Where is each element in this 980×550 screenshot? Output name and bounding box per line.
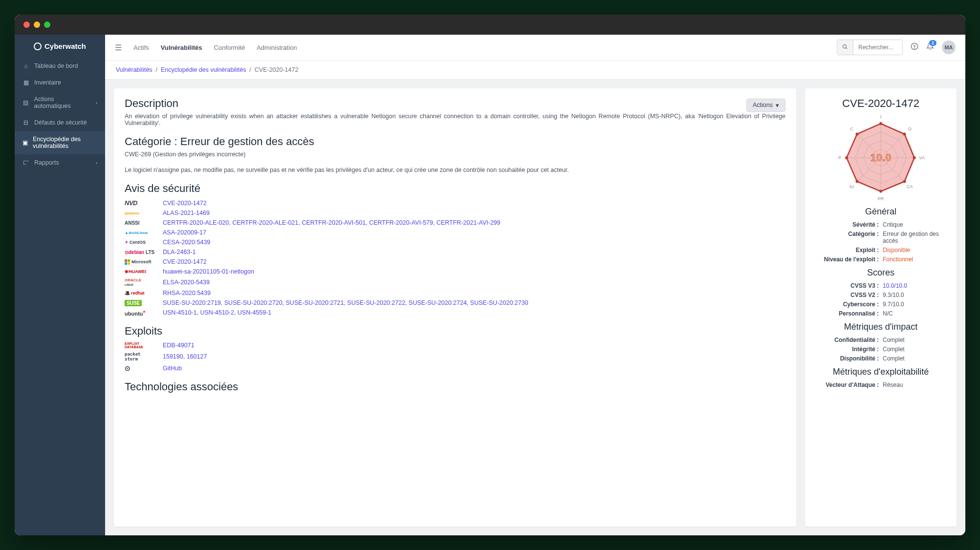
advisory-source-logo: CentOS bbox=[125, 240, 155, 245]
advisory-links[interactable]: ALAS-2021-1469 bbox=[163, 210, 210, 216]
sidebar-item-label: Inventaire bbox=[34, 79, 61, 86]
description-heading: Description bbox=[125, 97, 178, 110]
advisory-source-logo: ubuntu● bbox=[125, 309, 155, 317]
info-label: Exploit : bbox=[816, 247, 879, 254]
advisory-source-logo: Microsoft bbox=[125, 259, 155, 265]
info-value: 10.0/10.0 bbox=[883, 282, 946, 289]
advisory-links[interactable]: ASA-202009-17 bbox=[163, 229, 206, 236]
category-detail: Le logiciel n'assigne pas, ne modifie pa… bbox=[125, 167, 785, 173]
advisory-links[interactable]: ELSA-2020-5439 bbox=[163, 279, 210, 286]
svg-text:I: I bbox=[880, 114, 882, 119]
search-input[interactable] bbox=[853, 41, 902, 54]
svg-point-22 bbox=[855, 180, 858, 183]
info-label: Sévérité : bbox=[816, 221, 879, 228]
info-value: Disponible bbox=[883, 247, 946, 254]
sidebar: Cyberwatch ⌂ Tableau de bord ▦ Inventair… bbox=[15, 35, 105, 535]
svg-text:P: P bbox=[838, 155, 841, 160]
advisory-source-logo: ⊙debian LTS bbox=[125, 250, 155, 255]
nav-link-vulnerabilities[interactable]: Vulnérabilités bbox=[161, 44, 202, 51]
svg-point-0 bbox=[843, 45, 847, 48]
sidebar-item-reports[interactable]: ⫍ Rapports ‹ bbox=[15, 154, 105, 171]
advisory-links[interactable]: CESA-2020:5439 bbox=[163, 239, 210, 246]
info-row: Niveau de l'exploit :Fonctionnel bbox=[816, 254, 946, 264]
sidebar-item-label: Tableau de bord bbox=[34, 63, 78, 69]
svg-point-19 bbox=[913, 156, 916, 159]
advisory-links[interactable]: DLA-2463-1 bbox=[163, 249, 196, 255]
advisory-links[interactable]: CVE-2020-1472 bbox=[163, 200, 207, 207]
sidebar-item-security-defaults[interactable]: ⊟ Défauts de sécurité bbox=[15, 114, 105, 131]
info-row: CVSS V2 :9.3/10.0 bbox=[816, 290, 946, 299]
info-value: Complet bbox=[883, 346, 946, 353]
sidebar-item-dashboard[interactable]: ⌂ Tableau de bord bbox=[15, 58, 105, 74]
minimize-window-button[interactable] bbox=[34, 21, 40, 28]
exploit-links[interactable]: 159190, 160127 bbox=[163, 353, 207, 360]
breadcrumb-link[interactable]: Vulnérabilités bbox=[116, 66, 152, 73]
advisory-source-logo: NVD bbox=[125, 199, 155, 207]
exploit-links[interactable]: GitHub bbox=[163, 365, 182, 372]
nav-link-admin[interactable]: Administration bbox=[257, 44, 297, 51]
svg-text:IU: IU bbox=[849, 184, 854, 189]
maximize-window-button[interactable] bbox=[44, 21, 50, 28]
info-row: Sévérité :Critique bbox=[816, 220, 946, 229]
info-label: Niveau de l'exploit : bbox=[816, 256, 879, 263]
breadcrumb-link[interactable]: Encyclopédie des vulnérabilités bbox=[161, 66, 246, 73]
advisory-source-logo: redhat bbox=[125, 291, 155, 296]
help-icon[interactable] bbox=[911, 42, 918, 52]
info-value: Complet bbox=[883, 337, 946, 343]
nav-link-compliance[interactable]: Conformité bbox=[214, 44, 245, 51]
info-row: Cyberscore :9.7/10.0 bbox=[816, 299, 946, 309]
info-row: Catégorie :Erreur de gestion des accès bbox=[816, 229, 946, 245]
actions-button[interactable]: Actions ▾ bbox=[746, 99, 785, 112]
search-icon[interactable] bbox=[837, 40, 853, 55]
topnav-right: 2 MA bbox=[837, 40, 956, 55]
svg-text:D: D bbox=[908, 127, 912, 131]
close-window-button[interactable] bbox=[23, 21, 30, 28]
exploit-source-logo: ⊙ bbox=[125, 364, 155, 372]
exploits-heading: Exploits bbox=[125, 325, 785, 338]
sidebar-item-inventory[interactable]: ▦ Inventaire bbox=[15, 74, 105, 91]
exploit-row: packet storm159190, 160127 bbox=[125, 350, 785, 363]
advisory-source-logo: SUSE bbox=[125, 300, 155, 306]
advisory-links[interactable]: CVE-2020-1472 bbox=[163, 258, 207, 265]
info-sections: GénéralSévérité :CritiqueCatégorie :Erre… bbox=[816, 207, 946, 389]
breadcrumb-current: CVE-2020-1472 bbox=[255, 66, 299, 73]
svg-point-3 bbox=[915, 48, 915, 49]
calendar-icon: ▤ bbox=[22, 99, 29, 106]
info-row: Vecteur d'Attaque :Réseau bbox=[816, 380, 946, 389]
advisory-links[interactable]: SUSE-SU-2020:2719, SUSE-SU-2020:2720, SU… bbox=[163, 299, 528, 306]
notifications-icon[interactable]: 2 bbox=[926, 42, 934, 52]
svg-text:CA: CA bbox=[907, 184, 913, 189]
radar-chart: IDVACAPRIUPC10.0 bbox=[816, 114, 946, 202]
chevron-left-icon: ‹ bbox=[96, 100, 97, 106]
sidebar-item-vuln-encyclopedia[interactable]: ▣ Encyclopédie des vulnérabilités bbox=[15, 131, 105, 154]
advisory-source-logo: ANSSI bbox=[125, 220, 155, 226]
svg-text:C: C bbox=[850, 127, 853, 131]
dashboard-icon: ⌂ bbox=[22, 63, 29, 69]
section-heading: Métriques d'exploitabilité bbox=[816, 367, 946, 377]
advisory-links[interactable]: USN-4510-1, USN-4510-2, USN-4559-1 bbox=[163, 309, 271, 316]
info-label: Catégorie : bbox=[816, 231, 879, 237]
cve-id: CVE-2020-1472 bbox=[816, 97, 946, 110]
info-value: Réseau bbox=[883, 381, 946, 388]
advisory-row: amazonALAS-2021-1469 bbox=[125, 208, 785, 218]
avatar[interactable]: MA bbox=[942, 41, 956, 54]
hamburger-icon[interactable]: ☰ bbox=[115, 43, 122, 52]
sidebar-item-label: Actions automatiques bbox=[34, 96, 91, 109]
advisory-links[interactable]: RHSA-2020:5439 bbox=[163, 290, 211, 296]
search-box bbox=[837, 40, 903, 55]
svg-point-21 bbox=[879, 190, 882, 193]
svg-text:VA: VA bbox=[919, 155, 924, 160]
exploit-links[interactable]: EDB-49071 bbox=[163, 342, 195, 349]
exploit-list: EXPLOITDATABASEEDB-49071packet storm1591… bbox=[125, 340, 785, 374]
info-row: Disponibilité :Complet bbox=[816, 354, 946, 363]
sidebar-item-auto-actions[interactable]: ▤ Actions automatiques ‹ bbox=[15, 91, 105, 114]
advisories-heading: Avis de sécurité bbox=[125, 182, 785, 195]
advisory-links[interactable]: huawei-sa-20201105-01-netlogon bbox=[163, 268, 254, 275]
info-value: Erreur de gestion des accès bbox=[883, 231, 946, 244]
advisory-row: ❀HUAWEIhuawei-sa-20201105-01-netlogon bbox=[125, 267, 785, 276]
section-heading: Métriques d'impact bbox=[816, 322, 946, 332]
advisory-row: ANSSICERTFR-2020-ALE-020, CERTFR-2020-AL… bbox=[125, 218, 785, 228]
advisory-links[interactable]: CERTFR-2020-ALE-020, CERTFR-2020-ALE-021… bbox=[163, 219, 501, 226]
nav-link-assets[interactable]: Actifs bbox=[133, 44, 149, 51]
brand-logo[interactable]: Cyberwatch bbox=[15, 35, 105, 58]
